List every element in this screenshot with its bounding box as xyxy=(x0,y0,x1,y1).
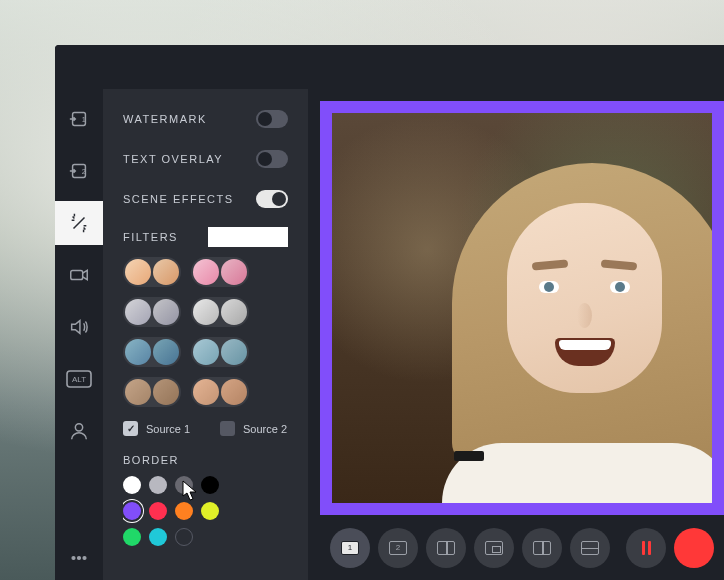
scene-5-button[interactable] xyxy=(522,528,562,568)
filter-option-4[interactable] xyxy=(191,297,249,327)
svg-text:ALT: ALT xyxy=(72,375,86,384)
color-yellow[interactable] xyxy=(201,502,219,520)
svg-text:1: 1 xyxy=(82,115,86,124)
svg-rect-4 xyxy=(71,270,83,279)
watermark-toggle[interactable] xyxy=(256,110,288,128)
text-overlay-label: TEXT OVERLAY xyxy=(123,153,223,165)
checkbox-icon xyxy=(220,421,235,436)
filter-option-2[interactable] xyxy=(191,257,249,287)
scene-effects-row: SCENE EFFECTS xyxy=(123,179,288,219)
filter-grid xyxy=(123,257,288,407)
filter-source2[interactable]: Source 2 xyxy=(220,421,287,436)
svg-point-7 xyxy=(75,424,82,431)
filter-source1[interactable]: Source 1 xyxy=(123,421,190,436)
pause-button[interactable] xyxy=(626,528,666,568)
source2-label: Source 2 xyxy=(243,423,287,435)
filter-option-1[interactable] xyxy=(123,257,181,287)
color-light-gray[interactable] xyxy=(149,476,167,494)
color-custom[interactable] xyxy=(175,528,193,546)
scene-3-button[interactable] xyxy=(426,528,466,568)
color-black[interactable] xyxy=(201,476,219,494)
color-white[interactable] xyxy=(123,476,141,494)
sidebar-item-effects[interactable] xyxy=(55,201,103,245)
scene-2-button[interactable]: 2 xyxy=(378,528,418,568)
watermark-label: WATERMARK xyxy=(123,113,207,125)
filter-option-8[interactable] xyxy=(191,377,249,407)
color-purple[interactable] xyxy=(123,502,141,520)
border-section: BORDER #814EFA xyxy=(123,450,288,580)
sidebar-item-input-2[interactable]: 2 xyxy=(55,149,103,193)
svg-point-8 xyxy=(72,557,75,560)
scene-4-button[interactable] xyxy=(474,528,514,568)
filter-option-7[interactable] xyxy=(123,377,181,407)
border-color-grid xyxy=(123,476,243,546)
filters-header: FILTERS xyxy=(123,227,288,247)
filters-label: FILTERS xyxy=(123,231,178,243)
settings-panel: WATERMARK TEXT OVERLAY SCENE EFFECTS FIL… xyxy=(103,89,308,580)
svg-point-9 xyxy=(78,557,81,560)
svg-text:2: 2 xyxy=(82,167,86,176)
scene-split-v-icon xyxy=(533,541,551,555)
scene-single-icon: 1 xyxy=(341,541,359,555)
text-overlay-row: TEXT OVERLAY xyxy=(123,139,288,179)
scene-pip-icon xyxy=(485,541,503,555)
scene-split-v-icon xyxy=(437,541,455,555)
filter-sources: Source 1 Source 2 xyxy=(123,421,288,436)
scene-split-h-icon xyxy=(581,541,599,555)
scene-1-button[interactable]: 1 xyxy=(330,528,370,568)
sidebar-item-profile[interactable] xyxy=(55,409,103,453)
sidebar-item-audio[interactable] xyxy=(55,305,103,349)
checkbox-icon xyxy=(123,421,138,436)
filters-preview-box xyxy=(208,227,288,247)
sidebar-item-more[interactable] xyxy=(55,536,103,580)
record-button[interactable] xyxy=(674,528,714,568)
app-window: 1 2 ALT WATERMARK TEXT OVERLAY xyxy=(55,45,724,580)
source1-label: Source 1 xyxy=(146,423,190,435)
sidebar-item-input-1[interactable]: 1 xyxy=(55,97,103,141)
color-gray[interactable] xyxy=(175,476,193,494)
preview-frame xyxy=(320,101,724,515)
scene-effects-label: SCENE EFFECTS xyxy=(123,193,234,205)
text-overlay-toggle[interactable] xyxy=(256,150,288,168)
filter-option-3[interactable] xyxy=(123,297,181,327)
color-green[interactable] xyxy=(123,528,141,546)
color-cyan[interactable] xyxy=(149,528,167,546)
preview-person xyxy=(432,163,724,503)
filter-option-6[interactable] xyxy=(191,337,249,367)
scene-6-button[interactable] xyxy=(570,528,610,568)
color-red[interactable] xyxy=(149,502,167,520)
scene-single-icon: 2 xyxy=(389,541,407,555)
watermark-row: WATERMARK xyxy=(123,99,288,139)
sidebar: 1 2 ALT xyxy=(55,89,103,580)
scene-bar: 1 2 xyxy=(320,515,724,580)
svg-point-10 xyxy=(83,557,86,560)
preview-area: 1 2 xyxy=(308,89,724,580)
sidebar-item-camera[interactable] xyxy=(55,253,103,297)
sidebar-item-alt[interactable]: ALT xyxy=(55,357,103,401)
color-orange[interactable] xyxy=(175,502,193,520)
filter-option-5[interactable] xyxy=(123,337,181,367)
border-label: BORDER xyxy=(123,454,179,466)
scene-effects-toggle[interactable] xyxy=(256,190,288,208)
